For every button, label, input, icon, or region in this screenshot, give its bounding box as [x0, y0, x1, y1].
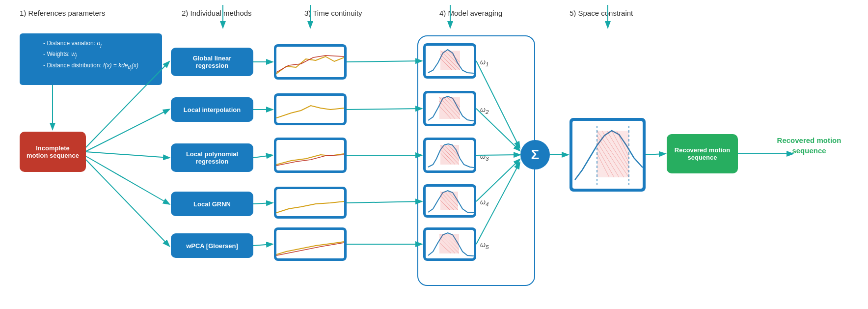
- svg-line-56: [253, 203, 272, 204]
- omega-1: ω1: [480, 58, 488, 67]
- svg-line-49: [86, 110, 169, 151]
- svg-line-61: [347, 201, 421, 203]
- svg-line-55: [253, 155, 272, 158]
- chart-avg-2: [423, 91, 476, 126]
- step-label-4: 4) Model averaging: [439, 9, 502, 17]
- chart-avg-4: [423, 184, 476, 218]
- svg-line-57: [253, 244, 272, 246]
- step-label-5: 5) Space constraint: [570, 9, 633, 17]
- chart-timecont-5: [274, 227, 347, 261]
- chart-avg-1: [423, 43, 476, 79]
- chart-timecont-2: [274, 93, 347, 125]
- recovered-motion-label: Recovered motionsequence: [675, 146, 730, 161]
- method-local-grnn: Local GRNN: [171, 192, 253, 216]
- omega-4: ω4: [480, 198, 488, 207]
- chart-timecont-4: [274, 187, 347, 219]
- chart-avg-5: [423, 227, 476, 261]
- sigma-label: Σ: [531, 147, 540, 163]
- step-label-3: 3) Time continuity: [304, 9, 362, 17]
- svg-line-51: [86, 156, 169, 204]
- method-local-polynomial: Local polynomialregression: [171, 143, 253, 172]
- chart-avg-3: [423, 138, 476, 173]
- info-box: - Distance variation: σj - Weights: wj -…: [20, 33, 162, 85]
- omega-2: ω2: [480, 106, 488, 115]
- svg-line-58: [347, 61, 421, 62]
- chart-timecont-1: [274, 44, 347, 80]
- recovered-motion-text: Recovered motion sequence: [760, 135, 858, 156]
- diagram: 1) References parameters 2) Individual m…: [0, 0, 868, 309]
- info-text: - Distance variation: σj - Weights: wj -…: [43, 38, 138, 72]
- svg-line-59: [347, 109, 421, 110]
- recovered-motion-box: Recovered motionsequence: [667, 134, 738, 173]
- sigma-circle: Σ: [520, 140, 550, 169]
- svg-line-50: [86, 152, 169, 158]
- chart-space-constraint: [570, 118, 646, 192]
- step-label-2: 2) Individual methods: [182, 9, 252, 17]
- step-label-1: 1) References parameters: [20, 9, 105, 17]
- method-global-linear: Global linearregression: [171, 48, 253, 76]
- method-wpca: wPCA [Gloersen]: [171, 233, 253, 258]
- omega-5: ω5: [480, 241, 488, 250]
- chart-timecont-3: [274, 138, 347, 173]
- omega-3: ω3: [480, 152, 488, 162]
- method-local-interpolation: Local interpolation: [171, 97, 253, 122]
- svg-line-69: [646, 154, 665, 155]
- incomplete-motion-box: Incomplete motion sequence: [20, 132, 86, 172]
- svg-line-52: [86, 160, 169, 246]
- incomplete-motion-label: Incomplete motion sequence: [25, 144, 81, 159]
